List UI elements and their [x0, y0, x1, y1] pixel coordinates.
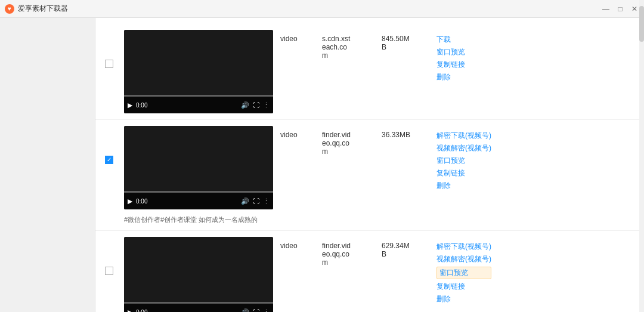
- menu-icon-1[interactable]: ⋮: [263, 101, 270, 109]
- action-copy-2[interactable]: 复制链接: [436, 168, 491, 178]
- video-thumbnail-2: ▶ 0:00 🔊 ⛶ ⋮: [124, 126, 273, 209]
- action-decrypt-video-3[interactable]: 视频解密(视频号): [436, 254, 491, 264]
- action-preview-2[interactable]: 窗口预览: [436, 156, 491, 166]
- item-actions-2: 解密下载(视频号) 视频解密(视频号) 窗口预览 复制链接 删除: [436, 126, 491, 191]
- item-size-2: 36.33MB: [382, 131, 429, 139]
- checkbox-col-3: [105, 237, 117, 275]
- action-preview-3[interactable]: 窗口预览: [436, 267, 491, 279]
- action-copy-3[interactable]: 复制链接: [436, 282, 491, 292]
- video-controls-1: ▶ 0:00 🔊 ⛶ ⋮: [124, 97, 273, 113]
- fullscreen-icon-3[interactable]: ⛶: [253, 308, 259, 312]
- scrollbar-thumb[interactable]: [639, 6, 644, 42]
- play-icon-2[interactable]: ▶: [128, 197, 132, 205]
- video-controls-3: ▶ 0:00 🔊 ⛶ ⋮: [124, 304, 273, 312]
- title-bar: ♥ 爱享素材下载器 — □ ✕: [0, 0, 644, 18]
- time-display-1: 0:00: [136, 102, 147, 109]
- volume-icon-3[interactable]: 🔊: [241, 308, 249, 313]
- fullscreen-icon-1[interactable]: ⛶: [253, 101, 259, 109]
- checkbox-1[interactable]: [105, 60, 113, 68]
- item-type-2: video: [280, 131, 310, 139]
- action-delete-3[interactable]: 删除: [436, 294, 491, 304]
- close-button[interactable]: ✕: [630, 4, 639, 14]
- checkbox-col-2: [105, 126, 117, 164]
- checkbox-2[interactable]: [105, 156, 113, 164]
- action-preview-1[interactable]: 窗口预览: [436, 47, 490, 57]
- time-display-3: 0:00: [136, 309, 147, 313]
- checkbox-col-1: [105, 30, 117, 68]
- play-icon-1[interactable]: ▶: [128, 101, 132, 109]
- video-controls-2: ▶ 0:00 🔊 ⛶ ⋮: [124, 193, 273, 209]
- item-type-1: video: [280, 35, 310, 43]
- menu-icon-3[interactable]: ⋮: [263, 308, 270, 313]
- sidebar: [0, 18, 95, 312]
- action-delete-2[interactable]: 删除: [436, 181, 491, 191]
- action-decrypt-download-2[interactable]: 解密下载(视频号): [436, 131, 491, 141]
- title-bar-left: ♥ 爱享素材下载器: [5, 4, 68, 14]
- media-item: ▶ 0:00 🔊 ⛶ ⋮ video s.cdn.xsteach.com 845…: [95, 24, 644, 120]
- action-decrypt-video-2[interactable]: 视频解密(视频号): [436, 143, 491, 153]
- item-actions-1: 下载 窗口预览 复制链接 删除: [436, 30, 490, 82]
- menu-icon-2[interactable]: ⋮: [263, 197, 270, 205]
- media-item-2: ▶ 0:00 🔊 ⛶ ⋮ #微信创作者#创作者课堂 如何成为一名成熟的 vide…: [95, 120, 644, 231]
- item-source-2: finder.video.qq.com: [322, 131, 370, 156]
- scrollbar[interactable]: [639, 0, 644, 312]
- item-main-row-1: video s.cdn.xsteach.com 845.50MB: [280, 35, 429, 60]
- item-type-3: video: [280, 242, 310, 250]
- video-thumbnail-1: ▶ 0:00 🔊 ⛶ ⋮: [124, 30, 273, 113]
- play-icon-3[interactable]: ▶: [128, 308, 132, 313]
- window-controls: — □ ✕: [601, 4, 639, 14]
- time-display-2: 0:00: [136, 198, 147, 205]
- minimize-button[interactable]: —: [601, 4, 611, 14]
- content-area: ▶ 0:00 🔊 ⛶ ⋮ video s.cdn.xsteach.com 845…: [95, 18, 644, 312]
- maximize-button[interactable]: □: [615, 4, 625, 14]
- item-main-row-3: video finder.video.qq.com 629.34MB: [280, 242, 429, 267]
- item-actions-3: 解密下载(视频号) 视频解密(视频号) 窗口预览 复制链接 删除: [436, 237, 491, 304]
- app-title: 爱享素材下载器: [18, 4, 68, 14]
- volume-icon-2[interactable]: 🔊: [241, 197, 249, 205]
- volume-icon-1[interactable]: 🔊: [241, 101, 249, 109]
- media-item-3: ▶ 0:00 🔊 ⛶ ⋮ 一口气听完2023年最火的50首歌 video fin…: [95, 231, 644, 312]
- item-caption-2: #微信创作者#创作者课堂 如何成为一名成熟的: [124, 215, 273, 224]
- main-container: ▶ 0:00 🔊 ⛶ ⋮ video s.cdn.xsteach.com 845…: [0, 18, 644, 312]
- checkbox-3[interactable]: [105, 267, 113, 275]
- action-decrypt-download-3[interactable]: 解密下载(视频号): [436, 242, 491, 252]
- item-size-1: 845.50MB: [382, 35, 429, 51]
- action-download-1[interactable]: 下载: [436, 35, 490, 45]
- item-source-1: s.cdn.xsteach.com: [322, 35, 370, 60]
- action-copy-1[interactable]: 复制链接: [436, 60, 490, 70]
- fullscreen-icon-2[interactable]: ⛶: [253, 197, 259, 205]
- item-main-row-2: video finder.video.qq.com 36.33MB: [280, 131, 429, 156]
- app-icon: ♥: [5, 4, 14, 14]
- action-delete-1[interactable]: 删除: [436, 72, 490, 82]
- video-thumbnail-3: ▶ 0:00 🔊 ⛶ ⋮: [124, 237, 273, 312]
- item-source-3: finder.video.qq.com: [322, 242, 370, 267]
- item-size-3: 629.34MB: [382, 242, 429, 258]
